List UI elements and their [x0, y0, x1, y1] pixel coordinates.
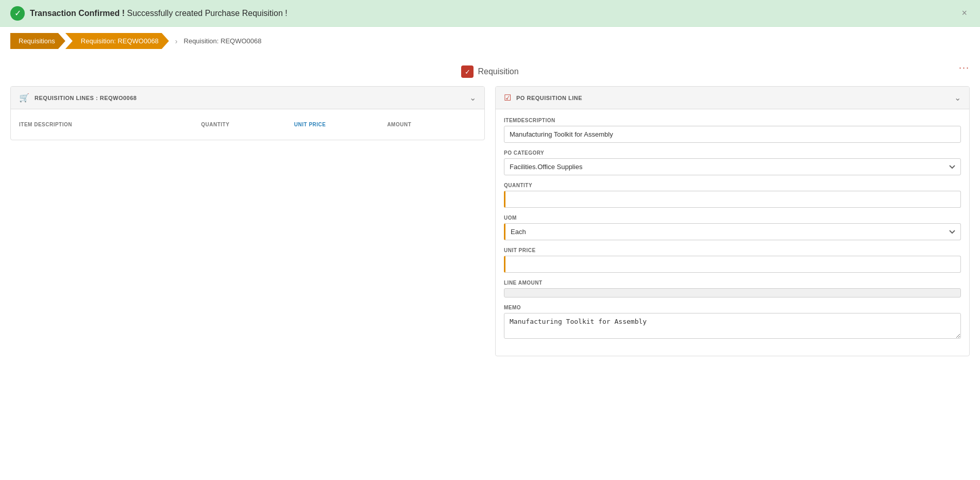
- table-header-row: ITEM DESCRIPTION QUANTITY UNIT PRICE AMO…: [19, 118, 476, 131]
- more-options-button[interactable]: ...: [959, 60, 970, 71]
- requisition-icon: ✓: [461, 65, 474, 78]
- uom-label: UOM: [504, 215, 961, 221]
- quantity-label: QUANTITY: [504, 183, 961, 188]
- po-category-select[interactable]: Facilities.Office Supplies: [504, 158, 961, 175]
- memo-textarea[interactable]: Manufacturing Toolkit for Assembly: [504, 313, 961, 339]
- po-requisition-header-left: ☑ PO REQUISITION LINE: [504, 93, 582, 103]
- col-quantity: QUANTITY: [201, 122, 290, 127]
- breadcrumb-separator: ›: [175, 37, 178, 45]
- breadcrumb-current: Requisition: REQWO0068: [184, 37, 262, 45]
- uom-select[interactable]: Each Box Pallet: [504, 223, 961, 240]
- unit-price-group: UNIT PRICE: [504, 247, 961, 273]
- po-requisition-title: PO REQUISITION LINE: [516, 95, 582, 101]
- memo-label: MEMO: [504, 305, 961, 310]
- requisition-title-text: Requisition: [478, 67, 518, 76]
- breadcrumb: Requisitions Requisition: REQWO0068 › Re…: [0, 27, 980, 55]
- unit-price-input[interactable]: [504, 256, 961, 273]
- po-requisition-line-card: ☑ PO REQUISITION LINE ⌄ ITEMDESCRIPTION …: [495, 86, 970, 356]
- success-banner-content: ✓ Transaction Confirmed ! Successfully c…: [10, 6, 288, 21]
- quantity-group: QUANTITY: [504, 183, 961, 208]
- memo-group: MEMO Manufacturing Toolkit for Assembly: [504, 305, 961, 340]
- line-amount-group: LINE AMOUNT: [504, 280, 961, 297]
- requisition-lines-table: ITEM DESCRIPTION QUANTITY UNIT PRICE AMO…: [11, 109, 484, 140]
- item-description-label: ITEMDESCRIPTION: [504, 118, 961, 123]
- po-form: ITEMDESCRIPTION PO CATEGORY Facilities.O…: [496, 109, 969, 356]
- uom-group: UOM Each Box Pallet: [504, 215, 961, 240]
- line-amount-value: [504, 288, 961, 297]
- po-check-icon: ☑: [504, 93, 511, 103]
- cart-icon: 🛒: [19, 93, 29, 103]
- main-content: ... ✓ Requisition 🛒 REQUISITION LINES : …: [0, 55, 980, 367]
- success-banner: ✓ Transaction Confirmed ! Successfully c…: [0, 0, 980, 27]
- unit-price-label: UNIT PRICE: [504, 247, 961, 253]
- line-amount-label: LINE AMOUNT: [504, 280, 961, 286]
- po-category-label: PO CATEGORY: [504, 150, 961, 156]
- success-bold: Transaction Confirmed !: [30, 9, 125, 18]
- close-button[interactable]: ×: [959, 8, 970, 19]
- two-col-layout: 🛒 REQUISITION LINES : REQWO0068 ⌄ ITEM D…: [10, 86, 970, 356]
- requisition-lines-chevron[interactable]: ⌄: [469, 93, 476, 103]
- quantity-input[interactable]: [504, 191, 961, 208]
- po-category-group: PO CATEGORY Facilities.Office Supplies: [504, 150, 961, 175]
- requisition-lines-card: 🛒 REQUISITION LINES : REQWO0068 ⌄ ITEM D…: [10, 86, 485, 140]
- success-message: Transaction Confirmed ! Successfully cre…: [30, 9, 288, 18]
- success-icon: ✓: [10, 6, 25, 21]
- requisition-title-section: ✓ Requisition: [10, 65, 970, 78]
- col-item-description: ITEM DESCRIPTION: [19, 122, 197, 127]
- requisition-lines-title: REQUISITION LINES : REQWO0068: [35, 95, 137, 101]
- breadcrumb-requisitions[interactable]: Requisitions: [10, 33, 65, 49]
- requisition-lines-header-left: 🛒 REQUISITION LINES : REQWO0068: [19, 93, 137, 103]
- col-amount: AMOUNT: [387, 122, 476, 127]
- col-unit-price: UNIT PRICE: [294, 122, 383, 127]
- po-requisition-header: ☑ PO REQUISITION LINE ⌄: [496, 87, 969, 109]
- item-description-group: ITEMDESCRIPTION: [504, 118, 961, 143]
- po-requisition-chevron[interactable]: ⌄: [954, 93, 961, 103]
- breadcrumb-reqwo0068[interactable]: Requisition: REQWO0068: [65, 33, 169, 49]
- item-description-input[interactable]: [504, 126, 961, 143]
- requisition-lines-header: 🛒 REQUISITION LINES : REQWO0068 ⌄: [11, 87, 484, 109]
